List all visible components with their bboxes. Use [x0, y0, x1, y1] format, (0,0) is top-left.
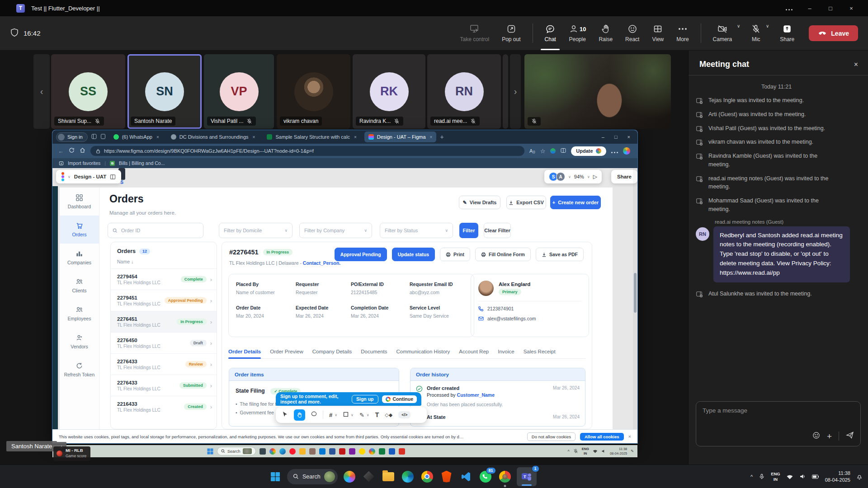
hand-tool-icon[interactable]	[294, 409, 305, 421]
tab-order-preview[interactable]: Order Preview	[270, 349, 303, 354]
copilot-icon[interactable]	[342, 469, 357, 484]
extension-icon[interactable]	[550, 148, 556, 154]
contact-phone[interactable]: 2123874901	[487, 306, 514, 311]
create-new-order-button[interactable]: +Create new order	[550, 196, 601, 209]
shared-taskbar-app-icon[interactable]	[289, 448, 296, 455]
shared-tray-chevron-icon[interactable]: ^	[567, 449, 569, 454]
close-button[interactable]: ×	[841, 5, 862, 12]
tab-company-details[interactable]: Company Details	[312, 349, 352, 354]
sidebar-item-employees[interactable]: Employees	[60, 300, 99, 328]
file-explorer-icon[interactable]	[381, 469, 396, 484]
tray-chevron-icon[interactable]: ^	[750, 474, 753, 479]
browser-update-button[interactable]: Update	[571, 146, 606, 156]
start-button[interactable]	[268, 469, 283, 484]
chrome-profile-icon[interactable]	[497, 469, 513, 484]
shared-start-icon[interactable]	[207, 448, 213, 455]
shared-notifications-icon[interactable]: ✎	[631, 449, 634, 453]
view-drafts-button[interactable]: ✎View Drafts	[459, 196, 500, 209]
raise-hand-button[interactable]: Raise	[598, 16, 613, 50]
tab-communication-history[interactable]: Communication History	[396, 349, 450, 354]
chevron-down-icon[interactable]: ∨	[367, 413, 369, 417]
rectangle-tool-icon[interactable]	[343, 412, 349, 418]
customer-name-link[interactable]: Customer_Name	[457, 392, 495, 398]
leave-button[interactable]: Leave	[809, 25, 858, 41]
export-csv-button[interactable]: Export CSV	[506, 196, 546, 209]
order-row[interactable]: 2216433TL Flex Holdings LLCCreated›	[111, 396, 217, 417]
filter-company-select[interactable]: Filter by Company∨	[299, 223, 372, 238]
shape-tool-icon[interactable]	[311, 411, 317, 418]
vertical-tabs-icon[interactable]	[100, 134, 106, 141]
chevron-down-icon[interactable]: ∨	[568, 175, 571, 179]
shared-taskbar-app-icon[interactable]	[359, 448, 365, 455]
participant-tile[interactable]: RN read.ai mee...	[427, 54, 501, 129]
clear-filter-button[interactable]: Clear Filter	[484, 223, 511, 238]
browser-tab-figma-active[interactable]: Design - UAT – Figma×	[364, 131, 437, 142]
shared-taskbar-app-icon[interactable]	[329, 448, 335, 455]
print-button[interactable]: Print	[440, 248, 470, 261]
volume-icon[interactable]	[799, 473, 806, 480]
vscode-icon[interactable]	[458, 469, 474, 484]
browser-more-icon[interactable]	[611, 148, 618, 155]
camera-devices-chevron-icon[interactable]: ∨	[737, 23, 740, 28]
present-icon[interactable]: ▷	[593, 174, 597, 180]
tab-close-icon[interactable]: ×	[354, 135, 357, 140]
shared-taskbar-app-icon[interactable]	[259, 448, 266, 455]
share-button[interactable]: Share	[779, 16, 795, 50]
order-row-selected[interactable]: 2276451TL Flex Holdings LLCIn Progress›	[111, 311, 217, 332]
tab-close-icon[interactable]: ×	[430, 135, 433, 140]
filter-domicile-select[interactable]: Filter by Domicile∨	[219, 223, 292, 238]
favorites-star-icon[interactable]: ☆	[540, 148, 546, 155]
chat-button[interactable]: Chat	[544, 16, 557, 50]
read-aloud-icon[interactable]: A))	[529, 148, 535, 154]
approval-pending-button[interactable]: Approval Pending	[335, 248, 387, 261]
wifi-icon[interactable]	[786, 474, 793, 479]
chevron-down-icon[interactable]: ∨	[335, 413, 337, 417]
shared-search-box[interactable]: Search	[217, 447, 256, 455]
sidebar-item-refresh-token[interactable]: Refresh Token	[60, 356, 99, 384]
chevron-down-icon[interactable]: ∨	[587, 175, 590, 179]
spotlight-participant-tile[interactable]	[524, 54, 671, 129]
browser-signin-button[interactable]: Sign in	[56, 132, 88, 142]
sign-up-button[interactable]: Sign up	[352, 395, 378, 404]
text-tool-icon[interactable]: T	[375, 411, 379, 418]
chat-close-icon[interactable]: ×	[854, 61, 858, 69]
shared-taskbar-app-icon[interactable]	[269, 448, 276, 455]
frame-tool-icon[interactable]: #	[329, 412, 332, 418]
pop-out-button[interactable]: Pop out	[501, 16, 521, 50]
taskbar-clock[interactable]: 11:3808-04-2025	[825, 470, 850, 483]
fill-online-form-button[interactable]: Fill Online Form	[475, 248, 531, 261]
tab-sales-receipt[interactable]: Sales Receipt	[524, 349, 556, 354]
sidebar-item-dashboard[interactable]: Dashboard	[60, 188, 99, 216]
shared-taskbar-app-icon[interactable]	[319, 448, 326, 455]
language-indicator[interactable]: ENGIN	[771, 471, 780, 482]
mic-button[interactable]: Mic ∨	[750, 16, 762, 50]
tab-documents[interactable]: Documents	[361, 349, 387, 354]
window-menu-dots-icon[interactable]	[778, 5, 799, 12]
home-icon[interactable]	[80, 147, 85, 155]
split-screen-icon[interactable]	[561, 148, 566, 155]
browser-minimize-icon[interactable]: –	[602, 134, 604, 140]
maximize-button[interactable]: □	[820, 5, 841, 12]
people-button[interactable]: 10 People	[568, 16, 587, 50]
shared-taskbar-app-icon[interactable]	[299, 448, 306, 455]
order-row[interactable]: 2279454TL Flex Holdings LLCComplete›	[111, 268, 217, 290]
mic-devices-chevron-icon[interactable]: ∨	[766, 23, 769, 28]
browser-tab-dc-divisions[interactable]: DC Divisions and Surroundings×	[167, 131, 259, 142]
attach-plus-icon[interactable]: +	[827, 432, 832, 441]
shared-clock[interactable]: 11:3808-04-2025	[610, 447, 627, 456]
chat-message-input[interactable]: Type a message +	[696, 401, 861, 446]
bookmark-bills[interactable]: Bills | Billing and Co...	[119, 160, 165, 166]
cookie-close-icon[interactable]: ×	[628, 434, 631, 439]
order-id-search-input[interactable]: Order ID	[108, 223, 203, 238]
order-row[interactable]: 2276450TL Flex Holdings LLCDraft›	[111, 332, 217, 353]
camera-button[interactable]: Camera ∨	[712, 16, 733, 50]
emoji-icon[interactable]	[812, 432, 820, 441]
notifications-bell-icon[interactable]	[856, 474, 863, 480]
sidebar-item-clients[interactable]: Clients	[60, 272, 99, 300]
more-button[interactable]: More	[675, 16, 689, 50]
strip-previous-button[interactable]: ‹	[33, 54, 50, 129]
whatsapp-icon[interactable]: 81	[478, 469, 493, 484]
dark-app-icon[interactable]	[361, 469, 377, 484]
shared-taskbar-app-icon[interactable]	[349, 448, 355, 455]
shared-language-indicator[interactable]: ENGIN	[582, 447, 589, 455]
